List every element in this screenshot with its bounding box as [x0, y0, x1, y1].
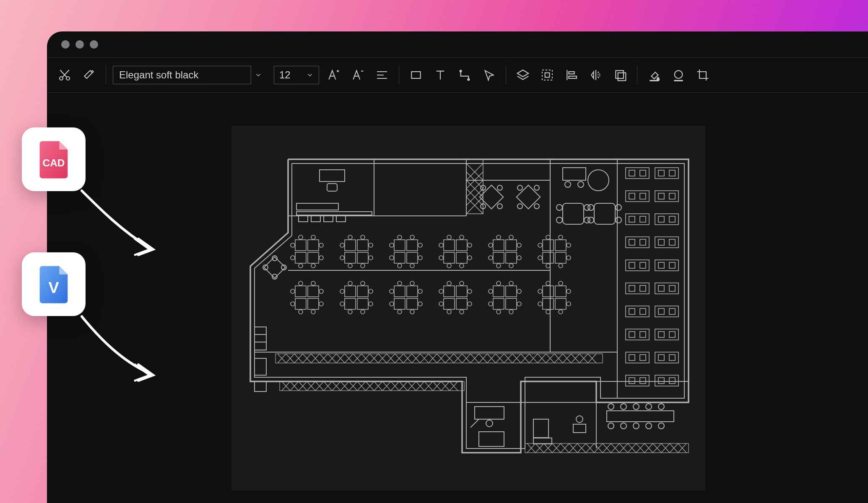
- svg-rect-127: [345, 240, 356, 251]
- svg-point-114: [658, 423, 664, 429]
- svg-point-146: [418, 256, 422, 260]
- svg-point-107: [633, 404, 639, 410]
- svg-rect-305: [658, 332, 664, 337]
- svg-point-185: [546, 264, 550, 268]
- svg-rect-190: [308, 298, 319, 309]
- svg-rect-22: [569, 76, 577, 78]
- svg-point-125: [299, 264, 303, 268]
- svg-point-207: [348, 281, 352, 285]
- svg-point-68: [534, 185, 539, 190]
- svg-rect-165: [493, 252, 504, 263]
- align-dropdown[interactable]: [372, 65, 392, 85]
- font-increase-button[interactable]: [323, 65, 343, 85]
- svg-point-160: [460, 235, 464, 239]
- svg-rect-50: [275, 354, 603, 363]
- text-tool[interactable]: [430, 65, 450, 85]
- font-decrease-button[interactable]: [348, 65, 368, 85]
- svg-rect-312: [669, 355, 675, 360]
- svg-rect-315: [640, 378, 646, 384]
- svg-point-156: [439, 256, 443, 260]
- svg-point-132: [340, 256, 344, 260]
- svg-point-120: [291, 256, 295, 260]
- stroke-dropdown[interactable]: [668, 65, 689, 85]
- svg-rect-95: [475, 407, 504, 419]
- svg-point-196: [311, 281, 315, 285]
- svg-point-15: [460, 70, 462, 72]
- svg-rect-288: [669, 262, 675, 268]
- font-family-select[interactable]: Elegant soft black: [113, 66, 251, 84]
- svg-rect-188: [308, 286, 319, 297]
- svg-rect-101: [533, 438, 552, 444]
- svg-point-183: [546, 235, 550, 239]
- fill-dropdown[interactable]: [644, 65, 664, 85]
- svg-rect-129: [345, 252, 356, 263]
- svg-rect-166: [506, 252, 517, 263]
- svg-rect-300: [669, 309, 675, 314]
- svg-rect-54: [327, 184, 337, 191]
- crop-dropdown[interactable]: [693, 65, 713, 85]
- svg-rect-261: [640, 170, 646, 176]
- canvas[interactable]: [231, 126, 705, 490]
- svg-rect-163: [493, 240, 504, 251]
- window-maximize[interactable]: [90, 40, 98, 49]
- svg-rect-100: [533, 419, 548, 438]
- pointer-tool[interactable]: [479, 65, 499, 85]
- svg-point-209: [348, 310, 352, 314]
- svg-point-119: [291, 243, 295, 247]
- separator: [506, 65, 506, 85]
- window-minimize[interactable]: [75, 40, 84, 49]
- align-left-button[interactable]: [561, 65, 582, 85]
- svg-point-208: [361, 281, 365, 285]
- svg-rect-23: [616, 70, 624, 78]
- svg-point-66: [497, 204, 502, 209]
- svg-rect-164: [506, 240, 517, 251]
- window-close[interactable]: [61, 40, 70, 49]
- svg-point-239: [489, 289, 493, 293]
- svg-rect-213: [394, 298, 405, 309]
- separator: [106, 65, 106, 85]
- svg-rect-56: [296, 212, 372, 215]
- svg-point-167: [489, 243, 493, 247]
- svg-point-203: [340, 289, 344, 293]
- svg-rect-248: [555, 286, 566, 297]
- connector-tool[interactable]: [455, 65, 475, 85]
- rectangle-tool[interactable]: [406, 65, 426, 85]
- bounds-icon: [613, 68, 627, 82]
- svg-rect-282: [669, 239, 675, 245]
- font-size-select[interactable]: 12: [274, 66, 319, 84]
- svg-rect-139: [394, 240, 405, 251]
- svg-rect-118: [308, 252, 319, 263]
- group-button[interactable]: [537, 65, 557, 85]
- svg-rect-224: [456, 286, 467, 297]
- svg-point-137: [348, 264, 352, 268]
- stroke-icon: [672, 68, 685, 82]
- svg-rect-176: [555, 240, 566, 251]
- svg-point-67: [517, 185, 522, 190]
- svg-rect-247: [543, 286, 554, 297]
- svg-point-173: [496, 264, 501, 268]
- format-painter-button[interactable]: [79, 65, 99, 85]
- svg-rect-318: [669, 378, 675, 384]
- svg-point-161: [447, 264, 451, 268]
- svg-rect-272: [629, 216, 635, 222]
- svg-rect-128: [357, 240, 368, 251]
- svg-point-135: [348, 235, 352, 239]
- svg-point-72: [565, 181, 571, 187]
- svg-point-240: [489, 302, 493, 306]
- svg-rect-275: [658, 216, 664, 222]
- svg-rect-311: [658, 355, 664, 360]
- chevron-down-icon: [306, 71, 314, 79]
- font-increase-icon: [327, 68, 340, 82]
- svg-point-77: [556, 217, 562, 223]
- svg-point-234: [460, 310, 464, 314]
- flip-button[interactable]: [586, 65, 606, 85]
- svg-point-172: [509, 235, 513, 239]
- layers-button[interactable]: [513, 65, 533, 85]
- align-left-icon: [565, 68, 578, 82]
- svg-point-150: [410, 264, 414, 268]
- bounds-button[interactable]: [610, 65, 630, 85]
- svg-point-243: [496, 281, 501, 285]
- crop-icon: [696, 68, 709, 82]
- svg-point-133: [369, 243, 373, 247]
- cut-button[interactable]: [55, 65, 75, 85]
